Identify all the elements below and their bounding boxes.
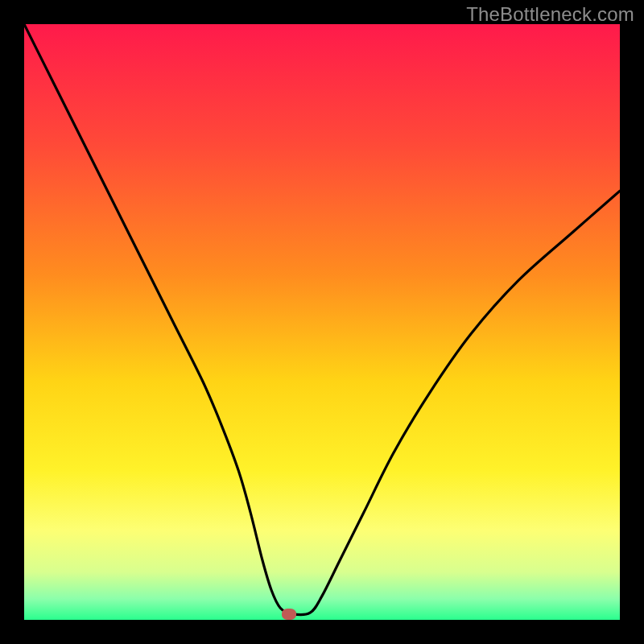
plot-area bbox=[24, 24, 620, 620]
optimum-marker bbox=[282, 609, 296, 620]
watermark-text: TheBottleneck.com bbox=[466, 3, 634, 26]
chart-frame: TheBottleneck.com bbox=[0, 0, 644, 644]
bottleneck-curve bbox=[24, 24, 620, 620]
